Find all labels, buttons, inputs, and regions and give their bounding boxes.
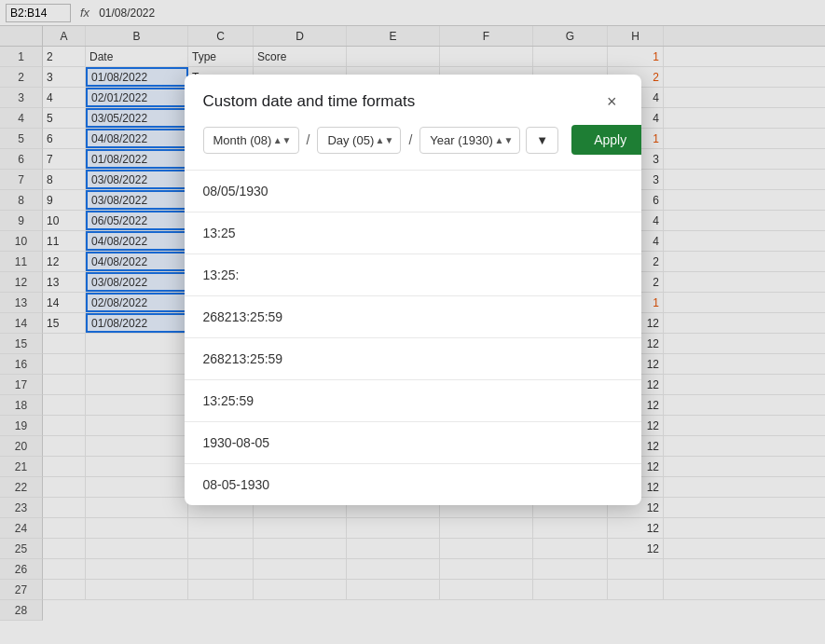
- month-select[interactable]: Month (08) Month: [203, 127, 299, 154]
- format-item-3[interactable]: 268213:25:59: [185, 296, 641, 338]
- month-select-wrapper: Month (08) Month ▲▼: [203, 127, 299, 154]
- day-select-wrapper: Day (05) Day ▲▼: [317, 127, 401, 154]
- day-select[interactable]: Day (05) Day: [317, 127, 401, 154]
- modal-header: Custom date and time formats ×: [185, 75, 641, 125]
- format-item-5[interactable]: 13:25:59: [185, 380, 641, 422]
- year-select-wrapper: Year (1930) Year ▲▼: [419, 127, 520, 154]
- year-select[interactable]: Year (1930) Year: [419, 127, 520, 154]
- custom-date-format-modal: Custom date and time formats × Month (08…: [185, 75, 641, 505]
- close-button[interactable]: ×: [601, 91, 623, 112]
- format-item-1[interactable]: 13:25: [185, 212, 641, 254]
- format-item-0[interactable]: 08/05/1930: [185, 171, 641, 212]
- separator-2: /: [406, 132, 414, 147]
- format-item-7[interactable]: 08-05-1930: [185, 464, 641, 505]
- format-list[interactable]: 08/05/1930 13:25 13:25: 268213:25:59 268…: [185, 170, 641, 505]
- format-controls: Month (08) Month ▲▼ / Day (05) Day ▲▼ / …: [185, 125, 641, 170]
- modal-title: Custom date and time formats: [203, 92, 416, 111]
- separator-1: /: [305, 132, 312, 147]
- format-item-2[interactable]: 13:25:: [185, 254, 641, 296]
- format-item-4[interactable]: 268213:25:59: [185, 338, 641, 380]
- apply-button[interactable]: Apply: [571, 125, 640, 155]
- more-options-button[interactable]: ▼: [526, 127, 558, 154]
- format-item-6[interactable]: 1930-08-05: [185, 422, 641, 464]
- modal-overlay: Custom date and time formats × Month (08…: [0, 0, 825, 644]
